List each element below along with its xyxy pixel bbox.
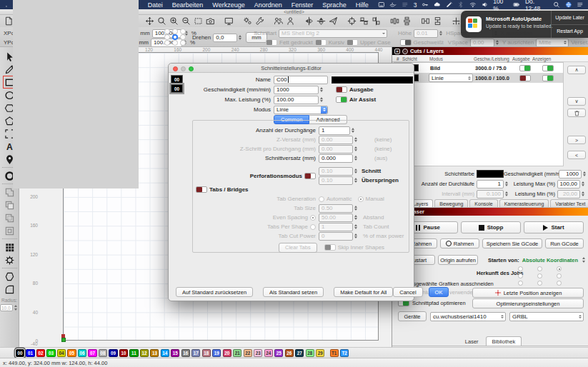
save-gcode-button[interactable]: Speichern Sie GCode xyxy=(482,238,542,248)
input-source-icon[interactable] xyxy=(402,1,409,9)
zoom-icon[interactable] xyxy=(156,16,168,26)
gear-shape-icon[interactable] xyxy=(3,253,16,266)
optimization-settings-button[interactable]: Optimierungseinstellungen xyxy=(472,298,584,308)
send-icon[interactable] xyxy=(327,16,339,26)
passes-stepper[interactable] xyxy=(504,180,509,188)
air-assist-toggle[interactable] xyxy=(336,96,347,103)
dlg-maxpower-stepper[interactable] xyxy=(319,96,324,104)
tabs-per-shape-stepper[interactable] xyxy=(353,223,359,231)
layer-delete-button[interactable] xyxy=(567,109,586,117)
bluetooth-icon[interactable] xyxy=(457,1,464,9)
palette-chip-T2[interactable]: T2 xyxy=(340,349,349,357)
bool-intersect-icon[interactable] xyxy=(3,211,16,224)
set-default-button[interactable]: Als Standard setzen xyxy=(263,287,324,297)
speed-stepper[interactable] xyxy=(582,170,587,179)
palette-chip-27[interactable]: 27 xyxy=(295,349,304,357)
passes-field[interactable]: 1 xyxy=(319,126,350,135)
bold-toggle[interactable] xyxy=(266,39,277,46)
firmware-select[interactable]: GRBL xyxy=(509,312,584,321)
palette-chip-02[interactable]: 02 xyxy=(36,349,45,357)
siri-icon[interactable] xyxy=(565,1,572,9)
wrench-icon[interactable] xyxy=(254,16,266,26)
palette-chip-22[interactable]: 22 xyxy=(244,349,252,357)
rotate-field[interactable]: 0,0 xyxy=(213,34,237,42)
menu-clock[interactable]: Do. 12:48 xyxy=(525,0,548,12)
layer-down-button[interactable]: ∨ xyxy=(567,97,586,106)
interval-field[interactable]: 0.100 xyxy=(477,190,504,198)
panel-tab-variabler-text[interactable]: Variabler Text xyxy=(550,199,588,207)
italic-toggle[interactable] xyxy=(315,39,327,46)
bool-inner-icon[interactable] xyxy=(3,224,16,237)
uppercase-toggle[interactable] xyxy=(347,39,358,46)
panel-tab-konsole[interactable]: Konsole xyxy=(469,199,497,207)
menu-fenster[interactable]: Fenster xyxy=(291,1,314,9)
volume-icon[interactable] xyxy=(482,1,489,9)
layer-mode[interactable]: Bild xyxy=(430,65,440,71)
squash-h-icon[interactable] xyxy=(419,16,432,26)
goto-origin-button[interactable]: Origin aufrufen xyxy=(438,255,478,265)
menu-werkzeuge[interactable]: Werkzeuge xyxy=(212,1,244,9)
font-height-stepper[interactable] xyxy=(438,29,444,38)
job-origin-selector[interactable] xyxy=(518,266,576,288)
font-height-field[interactable]: 0.01 xyxy=(414,29,438,38)
palette-chip-16[interactable]: 16 xyxy=(181,349,190,357)
notification-center-icon[interactable] xyxy=(577,1,584,9)
align-h-icon[interactable] xyxy=(358,16,370,26)
layer-output-toggle[interactable] xyxy=(519,75,531,81)
zstep-stepper[interactable] xyxy=(353,145,359,154)
stop-button[interactable]: Stopp xyxy=(461,221,521,233)
tabs-bridges-toggle[interactable] xyxy=(196,186,207,193)
zoom-out-icon[interactable] xyxy=(180,16,192,26)
reset-default-button[interactable]: Auf Standard zurücksetzen xyxy=(176,287,253,297)
dist-h-icon[interactable] xyxy=(389,16,401,26)
pen-icon[interactable] xyxy=(446,1,453,9)
apple-menu-icon[interactable] xyxy=(6,1,7,8)
tab-size-stepper[interactable] xyxy=(353,204,359,213)
vspace-stepper[interactable] xyxy=(494,39,500,47)
frame-circle-button[interactable]: Rahmen xyxy=(440,238,479,248)
start-from-stepper[interactable] xyxy=(581,256,587,264)
palette-chip-19[interactable]: 19 xyxy=(212,349,221,357)
tab-gen-automatic-radio[interactable] xyxy=(319,196,324,202)
zstep-field[interactable]: 0.00 xyxy=(319,145,353,154)
start-button[interactable]: Start xyxy=(524,221,584,233)
passes-field[interactable]: 1 xyxy=(477,180,504,188)
pmin-field[interactable]: 20,00 xyxy=(557,190,580,198)
palette-chip-13[interactable]: 13 xyxy=(150,349,159,357)
wifi-icon[interactable] xyxy=(469,1,477,9)
layer-output-toggle[interactable] xyxy=(519,65,531,71)
perforation-skip-stepper[interactable] xyxy=(353,176,359,185)
close-traffic-light[interactable] xyxy=(173,66,178,71)
gears-icon[interactable] xyxy=(241,16,254,26)
align-v-icon[interactable] xyxy=(370,16,382,26)
vspace-field[interactable]: 0.00 xyxy=(470,39,494,47)
layer-show-toggle[interactable] xyxy=(542,75,554,81)
palette-chip-14[interactable]: 14 xyxy=(161,349,169,357)
menu-sprache[interactable]: Sprache xyxy=(322,1,347,9)
layer-row-linie[interactable]: Linie 1000.0 / 100.0 xyxy=(394,73,563,83)
palette-chip-07[interactable]: 07 xyxy=(88,349,96,357)
spotlight-search-icon[interactable] xyxy=(553,1,560,9)
even-spacing-radio[interactable] xyxy=(310,215,316,221)
palette-chip-17[interactable]: 17 xyxy=(191,349,200,357)
tab-size-field[interactable]: 0.50 xyxy=(319,204,353,213)
update-later-button[interactable]: Update Later xyxy=(552,11,588,25)
round-poly-icon[interactable] xyxy=(3,270,16,283)
radius-field[interactable]: 10,0 xyxy=(0,304,13,311)
name-field[interactable]: C00 xyxy=(274,76,328,84)
flip-h-icon[interactable] xyxy=(303,16,315,26)
mode-select[interactable]: Linie xyxy=(274,106,328,114)
col-layer[interactable]: Schicht xyxy=(402,56,417,61)
palette-chip-12[interactable]: 12 xyxy=(140,349,149,357)
minimize-traffic-light[interactable] xyxy=(181,66,186,71)
palette-chip-23[interactable]: 23 xyxy=(254,349,262,357)
show-last-position-button[interactable]: Letzte Position anzeigen xyxy=(472,288,584,298)
move-icon[interactable] xyxy=(144,16,156,26)
palette-chip-T1[interactable]: T1 xyxy=(330,349,339,357)
tabs-per-shape-radio[interactable] xyxy=(310,224,316,230)
kerf-stepper[interactable] xyxy=(353,154,359,163)
clear-tabs-button[interactable]: Clear Tabs xyxy=(279,243,317,253)
even-spacing-stepper[interactable] xyxy=(353,213,359,222)
welded-toggle[interactable] xyxy=(400,39,412,46)
palette-chip-08[interactable]: 08 xyxy=(99,349,107,357)
